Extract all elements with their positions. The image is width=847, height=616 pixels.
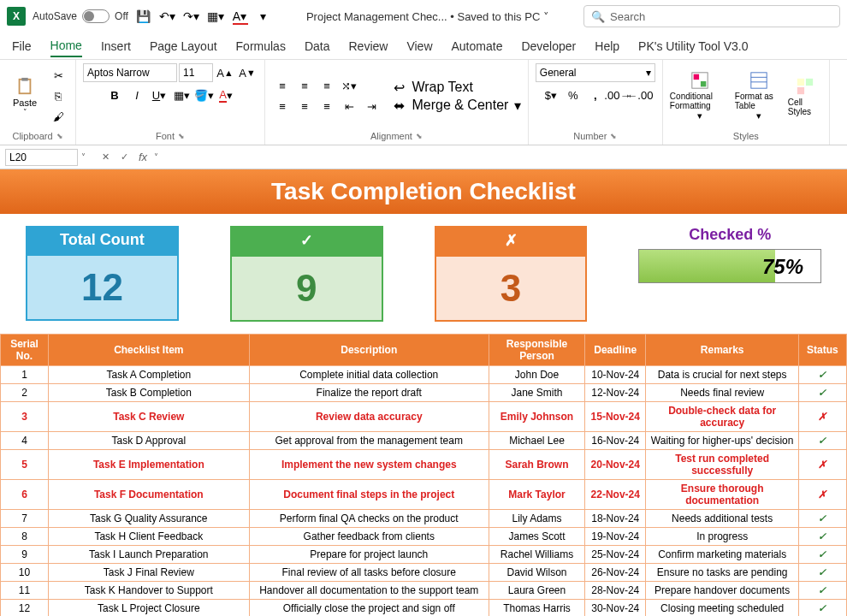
cell[interactable]: 10: [1, 564, 49, 582]
wrap-text-button[interactable]: ↩ Wrap Text: [394, 80, 521, 96]
copy-icon[interactable]: ⎘: [48, 87, 68, 106]
cut-icon[interactable]: ✂: [48, 67, 68, 86]
decrease-decimal-icon[interactable]: ←.00: [630, 86, 650, 104]
cell[interactable]: Sarah Brown: [489, 450, 584, 480]
underline-button[interactable]: U▾: [149, 86, 169, 104]
cell[interactable]: 26-Nov-24: [585, 564, 646, 582]
tab-help[interactable]: Help: [595, 36, 619, 56]
cell[interactable]: Needs final review: [646, 384, 798, 402]
table-row[interactable]: 12Task L Project ClosureOfficially close…: [1, 600, 847, 617]
save-icon[interactable]: 💾: [135, 8, 152, 25]
cell[interactable]: Officially close the project and sign of…: [249, 600, 489, 617]
decrease-indent-icon[interactable]: ⇤: [339, 98, 359, 116]
cell[interactable]: 5: [1, 450, 49, 480]
cell[interactable]: 30-Nov-24: [585, 600, 646, 617]
comma-icon[interactable]: ,: [585, 86, 606, 104]
borders-button[interactable]: ▦▾: [171, 86, 192, 104]
cell[interactable]: Michael Lee: [489, 432, 584, 450]
status-cell[interactable]: ✗: [798, 450, 846, 480]
cell[interactable]: 12-Nov-24: [585, 384, 646, 402]
cell[interactable]: Thomas Harris: [489, 600, 584, 617]
font-color-button[interactable]: A▾: [216, 86, 236, 104]
orientation-icon[interactable]: ⤭▾: [339, 77, 359, 96]
cell[interactable]: Task L Project Closure: [49, 600, 250, 617]
cell[interactable]: 11: [1, 582, 49, 600]
cell[interactable]: Task G Quality Assurance: [49, 510, 250, 528]
tab-pk-s-utility-tool-v3-0[interactable]: PK's Utility Tool V3.0: [638, 36, 748, 56]
status-cell[interactable]: ✓: [798, 432, 846, 450]
cancel-edit-icon[interactable]: ✕: [98, 150, 113, 165]
tab-formulas[interactable]: Formulas: [236, 36, 286, 56]
cell[interactable]: John Doe: [489, 366, 584, 384]
status-cell[interactable]: ✗: [798, 402, 846, 432]
status-cell[interactable]: ✓: [798, 528, 846, 546]
font-size-select[interactable]: [179, 63, 213, 82]
cell[interactable]: 15-Nov-24: [585, 402, 646, 432]
clipboard-launcher-icon[interactable]: ⬊: [56, 132, 63, 140]
cell[interactable]: Needs additional tests: [646, 510, 798, 528]
col-header[interactable]: Checklist Item: [49, 335, 250, 366]
italic-button[interactable]: I: [127, 86, 147, 104]
cell[interactable]: Confirm marketing materials: [646, 546, 798, 564]
cell[interactable]: Document final steps in the project: [249, 480, 489, 510]
align-left-icon[interactable]: ≡: [272, 98, 293, 116]
tab-page-layout[interactable]: Page Layout: [150, 36, 217, 56]
col-header[interactable]: Remarks: [646, 335, 798, 366]
cell[interactable]: Task E Implementation: [49, 450, 250, 480]
cell[interactable]: Emily Johnson: [489, 402, 584, 432]
tab-home[interactable]: Home: [50, 35, 82, 57]
font-launcher-icon[interactable]: ⬊: [178, 132, 185, 140]
format-painter-icon[interactable]: 🖌: [48, 108, 68, 127]
cell[interactable]: Task K Handover to Support: [49, 582, 250, 600]
cell[interactable]: Data is crucial for next steps: [646, 366, 798, 384]
align-right-icon[interactable]: ≡: [317, 98, 337, 116]
cell[interactable]: Task C Review: [49, 402, 250, 432]
cell[interactable]: Closing meeting scheduled: [646, 600, 798, 617]
confirm-edit-icon[interactable]: ✓: [116, 150, 132, 165]
cell[interactable]: In progress: [646, 528, 798, 546]
table-row[interactable]: 3Task C ReviewReview data accuracyEmily …: [1, 402, 847, 432]
status-cell[interactable]: ✗: [798, 480, 846, 510]
cell[interactable]: Final review of all tasks before closure: [249, 564, 489, 582]
table-row[interactable]: 5Task E ImplementationImplement the new …: [1, 450, 847, 480]
conditional-formatting-button[interactable]: Conditional Formatting▾: [670, 71, 730, 122]
cell[interactable]: Test run completed successfully: [646, 450, 798, 480]
percent-icon[interactable]: %: [563, 86, 583, 104]
cell[interactable]: Complete initial data collection: [249, 366, 489, 384]
table-row[interactable]: 9Task I Launch PreparationPrepare for pr…: [1, 546, 847, 564]
merge-center-button[interactable]: ⬌ Merge & Center ▾: [394, 98, 521, 114]
increase-indent-icon[interactable]: ⇥: [361, 98, 382, 116]
undo-icon[interactable]: ↶▾: [159, 8, 176, 25]
cell[interactable]: 20-Nov-24: [585, 450, 646, 480]
number-format-select[interactable]: General▾: [536, 63, 655, 82]
table-row[interactable]: 8Task H Client FeedbackGather feedback f…: [1, 528, 847, 546]
font-name-select[interactable]: [83, 63, 177, 82]
status-cell[interactable]: ✓: [798, 564, 846, 582]
cell[interactable]: 8: [1, 528, 49, 546]
status-cell[interactable]: ✓: [798, 384, 846, 402]
cell[interactable]: 10-Nov-24: [585, 366, 646, 384]
cell[interactable]: 6: [1, 480, 49, 510]
align-center-icon[interactable]: ≡: [294, 98, 315, 116]
cell[interactable]: James Scott: [489, 528, 584, 546]
alignment-launcher-icon[interactable]: ⬊: [416, 132, 423, 140]
cell[interactable]: Double-check data for accuracy: [646, 402, 798, 432]
worksheet[interactable]: Task Completion Checklist Total Count 12…: [0, 169, 847, 616]
toggle-icon[interactable]: [82, 9, 110, 23]
cell[interactable]: Gather feedback from clients: [249, 528, 489, 546]
cell[interactable]: Ensure no tasks are pending: [646, 564, 798, 582]
table-row[interactable]: 4Task D ApprovalGet approval from the ma…: [1, 432, 847, 450]
status-cell[interactable]: ✓: [798, 600, 846, 617]
search-input[interactable]: 🔍 Search: [583, 5, 840, 27]
more-commands-icon[interactable]: ▾: [255, 8, 272, 25]
tab-file[interactable]: File: [12, 36, 32, 56]
paste-button[interactable]: Paste ˅: [7, 71, 43, 122]
fx-icon[interactable]: fx: [135, 150, 151, 165]
currency-icon[interactable]: $▾: [541, 86, 561, 104]
tab-developer[interactable]: Developer: [521, 36, 576, 56]
increase-decimal-icon[interactable]: .00→: [607, 86, 628, 104]
name-box-dropdown-icon[interactable]: ˅: [81, 152, 86, 162]
fill-color-icon[interactable]: 🪣▾: [193, 86, 214, 104]
align-bottom-icon[interactable]: ≡: [317, 77, 337, 96]
table-row[interactable]: 2Task B CompletionFinalize the report dr…: [1, 384, 847, 402]
